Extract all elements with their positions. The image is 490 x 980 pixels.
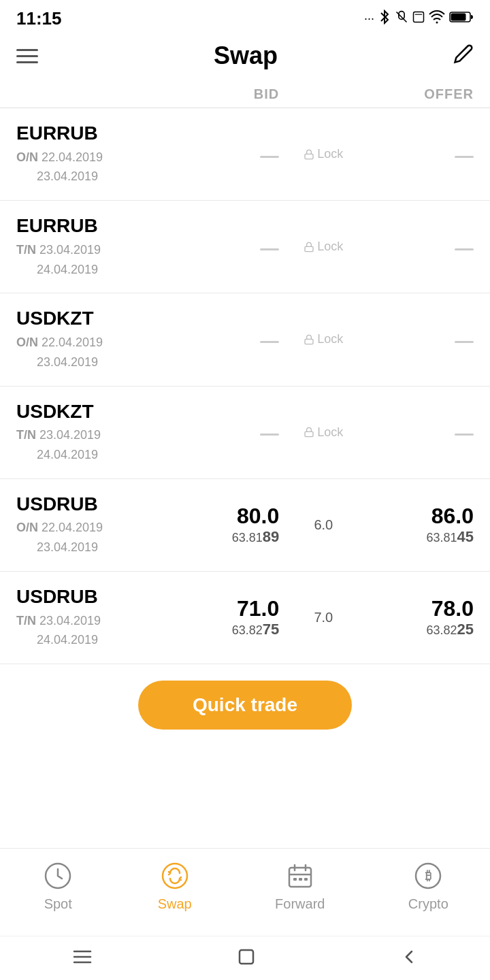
offer-cell: 78.0 63.8225 [361,597,474,638]
instrument-dates: T/N 23.04.2019 24.04.2019 [16,611,167,651]
offer-sub-price: 63.8225 [361,621,474,638]
offer-cell [361,241,474,253]
svg-rect-8 [305,339,313,344]
bid-dash [260,156,279,158]
offer-cell [361,148,474,161]
spread-cell: Lock [286,425,361,440]
system-back-button[interactable] [399,947,419,966]
offer-sub-price: 63.8145 [361,528,474,546]
instrument-dates: T/N 23.04.2019 24.04.2019 [16,240,167,280]
bid-cell [167,333,287,346]
page-title: Swap [214,42,278,70]
bid-main-price: 71.0 [167,597,280,621]
spot-label: Spot [44,896,72,912]
bid-dash [260,341,279,343]
offer-main-price: 78.0 [361,597,474,621]
hamburger-menu-button[interactable] [16,49,38,63]
svg-rect-7 [305,246,313,251]
swap-icon [159,860,191,892]
lock-indicator: Lock [286,240,361,254]
offer-dash [455,341,474,343]
table-row[interactable]: USDKZT T/N 23.04.2019 24.04.2019 Lock [0,387,490,479]
forward-icon [284,860,316,892]
instrument-dates: O/N 22.04.2019 23.04.2019 [16,333,167,372]
offer-dash [455,434,474,436]
svg-rect-5 [451,14,466,21]
nav-crypto[interactable]: ₿ Crypto [408,860,448,912]
spread-cell: 6.0 [286,517,361,533]
forward-label: Forward [275,896,325,912]
table-row[interactable]: USDRUB O/N 22.04.2019 23.04.2019 80.0 63… [0,479,490,572]
bid-cell: 80.0 63.8189 [167,504,287,546]
spot-icon [42,860,74,892]
battery-icon [449,11,474,27]
spread-cell: 7.0 [286,610,361,625]
system-menu-button[interactable] [71,949,93,965]
bid-dash [260,434,279,436]
sim-icon [412,10,425,27]
system-home-button[interactable] [237,947,256,966]
table-row[interactable]: EURRUB O/N 22.04.2019 23.04.2019 Lock [0,108,490,201]
lock-label: Lock [317,240,343,254]
spread-cell: Lock [286,147,361,161]
lock-indicator: Lock [286,425,361,440]
header: Swap [0,35,490,81]
table-row[interactable]: EURRUB T/N 23.04.2019 24.04.2019 Lock [0,201,490,293]
instrument-info: USDKZT O/N 22.04.2019 23.04.2019 [16,307,167,372]
bid-sub-price: 63.8189 [167,528,280,546]
spread-cell: Lock [286,332,361,346]
nav-spot[interactable]: Spot [42,860,74,912]
svg-text:₿: ₿ [425,869,431,883]
lock-label: Lock [317,147,343,161]
status-time: 11:15 [16,8,62,29]
svg-line-0 [397,12,407,22]
instrument-name: USDKZT [16,400,167,423]
svg-rect-6 [305,154,313,159]
spread-value: 6.0 [314,517,333,532]
quick-trade-area: Quick trade [0,664,490,740]
spread-value: 7.0 [314,610,333,625]
offer-cell [361,333,474,346]
bid-cell: 71.0 63.8275 [167,597,287,638]
nav-swap[interactable]: Swap [158,860,192,912]
lock-label: Lock [317,332,343,346]
edit-button[interactable] [453,44,474,69]
svg-rect-15 [304,878,308,881]
quick-trade-button[interactable]: Quick trade [138,681,352,730]
lock-label: Lock [317,425,343,440]
instrument-info: USDRUB O/N 22.04.2019 23.04.2019 [16,493,167,557]
bid-sub-price: 63.8275 [167,621,280,638]
instrument-name: USDRUB [16,585,167,608]
instrument-name: EURRUB [16,214,167,238]
bid-cell [167,148,287,161]
status-icons: ··· [364,10,474,28]
bid-cell [167,241,287,253]
instrument-info: USDRUB T/N 23.04.2019 24.04.2019 [16,585,167,650]
wifi-icon [429,10,445,27]
instrument-dates: T/N 23.04.2019 24.04.2019 [16,425,167,465]
table-header: BID OFFER [0,81,490,108]
svg-point-3 [436,22,438,24]
offer-dash [455,156,474,158]
table-row[interactable]: USDKZT O/N 22.04.2019 23.04.2019 Lock [0,293,490,386]
swap-label: Swap [158,896,192,912]
bottom-navigation: Spot Swap Forward [0,848,490,926]
offer-cell [361,426,474,438]
spread-cell: Lock [286,240,361,254]
mute-icon [395,10,408,27]
crypto-label: Crypto [408,896,448,912]
bluetooth-icon [378,10,391,28]
table-row[interactable]: USDRUB T/N 23.04.2019 24.04.2019 71.0 63… [0,572,490,664]
instrument-info: EURRUB O/N 22.04.2019 23.04.2019 [16,122,167,186]
nav-forward[interactable]: Forward [275,860,325,912]
instrument-dates: O/N 22.04.2019 23.04.2019 [16,148,167,187]
svg-point-11 [163,864,187,888]
offer-main-price: 86.0 [361,504,474,528]
crypto-icon: ₿ [412,860,444,892]
instrument-name: USDRUB [16,493,167,516]
system-navigation [0,936,490,980]
bid-cell [167,426,287,438]
bid-dash [260,248,279,250]
svg-rect-13 [293,878,297,881]
signal-dots-icon: ··· [364,12,374,26]
